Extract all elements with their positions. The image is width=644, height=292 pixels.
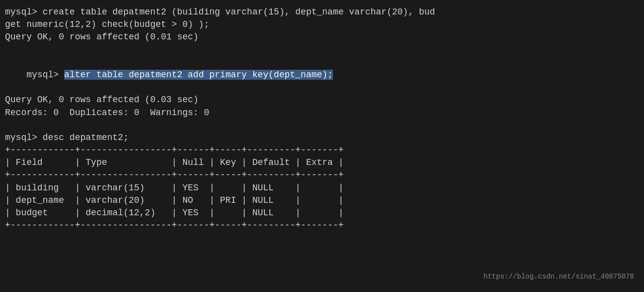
line-table-row-deptname: | dept_name | varchar(20) | NO | PRI | N… — [5, 194, 639, 207]
line-create-table-1: mysql> create table depatment2 (building… — [5, 6, 639, 18]
highlighted-command: alter table depatment2 add primary key(d… — [64, 70, 333, 80]
line-records: Records: 0 Duplicates: 0 Warnings: 0 — [5, 107, 639, 119]
line-alter-table: mysql> alter table depatment2 add primar… — [5, 56, 639, 94]
line-table-border-top: +------------+-----------------+------+-… — [5, 144, 639, 156]
line-table-border-mid: +------------+-----------------+------+-… — [5, 169, 639, 181]
watermark: https://blog.csdn.net/sinat_40875078 — [484, 272, 634, 282]
line-table-row-building: | building | varchar(15) | YES | | NULL … — [5, 182, 639, 194]
line-desc: mysql> desc depatment2; — [5, 132, 639, 144]
blank-line-2 — [5, 119, 639, 132]
line-table-border-bottom: +------------+-----------------+------+-… — [5, 219, 639, 232]
blank-line-1 — [5, 44, 639, 56]
line-create-table-2: get numeric(12,2) check(budget > 0) ); — [5, 18, 639, 31]
line-query-ok-2: Query OK, 0 rows affected (0.03 sec) — [5, 94, 639, 106]
line-table-header: | Field | Type | Null | Key | Default | … — [5, 156, 639, 169]
line-query-ok-1: Query OK, 0 rows affected (0.01 sec) — [5, 31, 639, 43]
terminal: mysql> create table depatment2 (building… — [5, 6, 639, 286]
prompt-alter: mysql> — [26, 70, 64, 80]
line-table-row-budget: | budget | decimal(12,2) | YES | | NULL … — [5, 207, 639, 219]
